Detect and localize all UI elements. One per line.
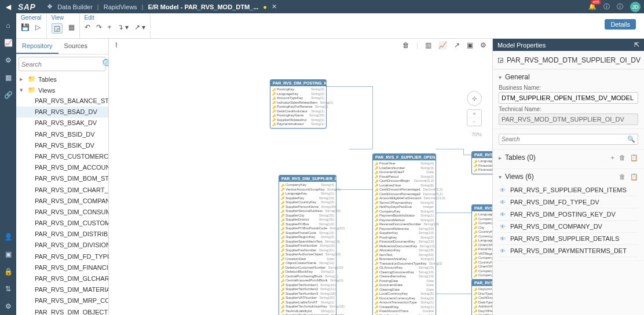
bc-rapidviews[interactable]: RapidViews (104, 3, 137, 10)
card-fd-type[interactable]: PAR_RVS_DIM_FD_TYPE_DV▾ 🔑LanguageKeyStri… (471, 151, 492, 174)
tree-leaf[interactable]: PAR_RVS_BSIK_DV (16, 140, 108, 151)
tree-leaf[interactable]: PAR_RVS_DIM_FD_TYPE_DV (16, 251, 108, 262)
tree-leaf[interactable]: PAR_RVS_DIM_CUSTOMER_DV (16, 218, 108, 229)
card-supplier-details[interactable]: PAR_RVS_DIM_SUPPLIER_DETAILS▾ 🔑CompanyKe… (279, 175, 336, 315)
card-posting-key[interactable]: PAR_RVS_DIM_POSTING_KEY_DV▾ 🔑PostingKeyS… (270, 79, 327, 129)
compass-control[interactable]: ✜ (467, 91, 482, 106)
preview-icon[interactable]: ▥ (425, 41, 431, 49)
open-icon[interactable]: ↗ (454, 41, 460, 49)
tree-leaf[interactable]: PAR_RVS_BSAK_DV (16, 118, 108, 129)
view-list-item[interactable]: 👁PAR_RVS_DIM_FD_TYPE_DV (499, 196, 638, 208)
tree-leaf[interactable]: PAR_RVS_DIM_GLCHART_OFACCOUNTS (16, 273, 108, 284)
search-icon[interactable]: 🔍 (627, 135, 635, 143)
tree-leaf[interactable]: PAR_RVS_DIM_DIVISION_DV (16, 240, 108, 251)
tab-repository[interactable]: Repository (16, 39, 58, 54)
chevron-down-icon[interactable]: ▾ (340, 81, 342, 85)
help-icon[interactable]: ⓘ (603, 2, 610, 11)
tree-tables[interactable]: ▸📁 Tables (16, 74, 108, 85)
graph-view-icon[interactable]: ◲ (52, 23, 63, 34)
add-table-icon[interactable]: + (611, 154, 614, 162)
tree-leaf[interactable]: PAR_RVS_DIM_DISTRIB_CHANNEL_DV (16, 229, 108, 240)
chevron-down-icon[interactable]: ▾ (450, 155, 452, 159)
sec-general-head[interactable]: ▾ General (499, 73, 638, 81)
repo-search[interactable]: 🔍 (19, 57, 106, 71)
tree-leaf[interactable]: PAR_RVS_BSAD_DV (16, 107, 108, 118)
view-list-item[interactable]: 👁PAR_RVS_DIM_PAYMENTTERMS_DET (499, 245, 638, 257)
info-icon[interactable]: ⓘ (617, 2, 623, 11)
tree-leaf[interactable]: PAR_RVS_DIM_BOM_STATUS_DV (16, 173, 108, 184)
chevron-down-icon[interactable]: ▾ (352, 177, 353, 181)
export-icon[interactable]: ↗ ▾ (134, 23, 145, 31)
canvas[interactable]: ⌇ 🗑 | ▥ 📈 ↗ ▣ ⚙ ✜ + − 70% (109, 39, 492, 315)
expand-panel-icon[interactable]: ⇱ (634, 41, 639, 49)
rail-lock-icon[interactable]: 🔒 (2, 266, 14, 277)
copy-table-icon[interactable]: 📋 (630, 154, 638, 162)
view-list-item[interactable]: 👁PAR_RVS_DIM_POSTING_KEY_DV (499, 208, 638, 221)
tree-leaf[interactable]: PAR_RVS_DIM_MATERIAL_DV (16, 284, 108, 295)
rail-home-icon[interactable]: ⌂ (2, 20, 14, 31)
card-row: 🔑SupplierLiableToVATString(1) (281, 301, 334, 305)
save-icon[interactable]: 💾 (21, 23, 30, 31)
view-list-item[interactable]: 👁PAR_RVS_F_SUPPLIER_OPEN_ITEMS (499, 184, 638, 196)
tree-leaf[interactable]: PAR_RVS_DIM_ACCOUNT_ASSIGNMENT (16, 162, 108, 173)
bc-title[interactable]: E/R Model - PAR_RVS_MOD_DTM_... (148, 3, 258, 10)
tree-leaf[interactable]: PAR_RVS_DIM_CHART_OF_ACCOUNTS (16, 185, 108, 196)
rail-share-icon[interactable]: 🔗 (2, 89, 14, 101)
grid-view-icon[interactable]: ▦ (68, 23, 75, 34)
tree-leaf[interactable]: PAR_RVS_DIM_MRP_CONTROLLER_DV (16, 295, 108, 306)
tree-leaf[interactable]: PAR_RVS_DIM_FINANCIALSTATEMENT (16, 262, 108, 273)
rail-cube-icon[interactable]: ▦ (2, 72, 14, 83)
graph-toggle-icon[interactable]: ⚙ (480, 41, 486, 49)
card-row: 🔑SupplierTaxNumber2String(11) (281, 287, 334, 292)
zoom-in-icon[interactable]: + (467, 110, 481, 118)
sec-views-head[interactable]: ▾ Views (6) 🗑 📋 (499, 173, 638, 181)
tree-leaf[interactable]: PAR_RVS_BSID_DV (16, 129, 108, 140)
card-payment-terms[interactable]: PAR_RVS_DIM_PAYMENTTERMS_DET▾ 🔑DayLimitS… (471, 279, 492, 315)
avatar[interactable]: JD (630, 2, 641, 12)
back-icon[interactable]: ◀ (6, 3, 11, 11)
tab-sources[interactable]: Sources (58, 39, 93, 54)
properties-panel: Model Properties ⇱ ◲ PAR_RVS_MOD_DTM_SUP… (492, 39, 644, 315)
rail-settings-icon[interactable]: ⚙ (2, 301, 14, 312)
tree-leaf[interactable]: PAR_RVS_DIM_COMPANY_DV (16, 196, 108, 207)
sec-tables-head[interactable]: ▸ Tables (0) + 🗑 📋 (499, 153, 638, 162)
details-button[interactable]: Details (605, 19, 636, 30)
deploy-icon[interactable]: ▷ (35, 23, 41, 31)
rail-flow-icon[interactable]: ⚙ (2, 54, 14, 66)
zoom-out-icon[interactable]: − (467, 118, 481, 126)
props-search[interactable]: 🔍 (499, 134, 638, 145)
rail-data-icon[interactable]: 📈 (2, 37, 14, 49)
delete-table-icon[interactable]: 🗑 (619, 154, 625, 162)
close-tab-icon[interactable]: ✕ (272, 3, 277, 10)
rail-user-icon[interactable]: 👤 (2, 231, 14, 243)
tree-views[interactable]: ▾📁 Views (16, 85, 108, 96)
tree-leaf[interactable]: PAR_RVS_DIM_CONSUMPTIONPOSTING (16, 207, 108, 218)
delete-view-icon[interactable]: 🗑 (619, 173, 625, 181)
undo-icon[interactable]: ↶ (85, 23, 90, 31)
rail-monitor-icon[interactable]: ▣ (2, 248, 14, 260)
input-business-name[interactable] (499, 92, 638, 104)
redo-icon[interactable]: ↷ (96, 23, 102, 31)
impact-icon[interactable]: 📈 (438, 41, 447, 49)
card-open-items[interactable]: PAR_RVS_F_SUPPLIER_OPEN_ITEMS▾ 🔑FiscalYe… (372, 153, 436, 315)
tree-leaf[interactable]: PAR_RVS_DIM_OBJECT_STATUS_DV (16, 307, 108, 315)
tree-leaf[interactable]: PAR_RVS_CUSTOMERCLEAREDITEMS (16, 151, 108, 162)
import-icon[interactable]: ↴ ▾ (118, 23, 129, 31)
bc-databuilder[interactable]: Data Builder (57, 3, 93, 10)
card-company[interactable]: PAR_RVS_DIM_COMPANY_DV▾ 🔑LanguageKeyStri… (471, 204, 492, 280)
card-row: 🔑ChartOfAccountsKeyString(4) (474, 243, 492, 248)
minimap-icon[interactable]: ▣ (467, 41, 473, 49)
delete-icon[interactable]: 🗑 (402, 41, 409, 49)
view-list-item[interactable]: 👁PAR_RVS_DIM_COMPANY_DV (499, 221, 638, 233)
props-search-input[interactable] (502, 136, 627, 142)
view-icon: 👁 (500, 236, 507, 242)
copy-view-icon[interactable]: 📋 (630, 173, 638, 181)
card-row: 🔑SupplierTaxNumber1String(16) (281, 283, 334, 288)
add-icon[interactable]: + (108, 23, 112, 31)
repo-search-input[interactable] (21, 61, 102, 68)
rail-transport-icon[interactable]: ⇅ (2, 283, 14, 295)
layout-icon[interactable]: ⌇ (115, 41, 118, 49)
notifications-icon[interactable]: 🔔495 (588, 3, 597, 10)
view-list-item[interactable]: 👁PAR_RVS_DIM_SUPPLIER_DETAILS (499, 233, 638, 245)
tree-leaf[interactable]: PAR_RVS_BALANCE_STRUCTURE_DV (16, 96, 108, 107)
